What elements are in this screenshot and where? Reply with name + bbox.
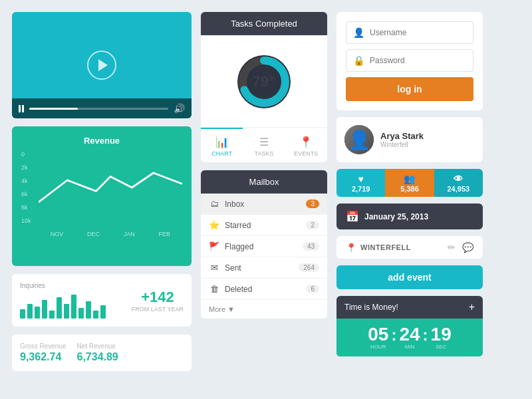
video-player: 🔊 [12,12,192,118]
timer-minutes: 24 MIN [399,325,420,350]
inbox-badge: 3 [306,200,319,208]
comment-icon[interactable]: 💬 [462,242,473,253]
bar [27,304,33,319]
flagged-icon: 🚩 [209,241,219,251]
bar [57,297,62,319]
inbox-icon: 🗂 [209,199,219,209]
location-icon: 📍 [346,243,356,253]
add-event-button[interactable]: add event [336,265,483,289]
gross-revenue: Gross Revenue 9,362.74 [20,342,66,363]
password-input[interactable] [370,56,466,65]
revenue-numbers-card: Gross Revenue 9,362.74 Net Revenue 6,734… [12,334,192,371]
bar [64,304,69,319]
deleted-icon: 🗑 [209,284,219,294]
donut-label: 79% [252,73,275,90]
bar [20,309,25,319]
inquiries-sub: FROM LAST YEAR [132,306,184,313]
login-card: 👤 🔒 log in [336,12,483,110]
user-icon: 👤 [353,27,364,38]
user-profile-card: Arya Stark Winterfell [336,117,483,162]
tasks-tab-icon: ☰ [259,136,269,148]
location-name: WINTERFELL [360,243,411,251]
play-button[interactable] [87,51,116,80]
tasks-card: Tasks Completed 79% � [201,12,327,162]
mail-sent[interactable]: ✉ Sent 264 [201,257,327,279]
date-text: January 25, 2013 [364,212,428,221]
bar [93,311,98,319]
timer-title: Time is Money! [344,303,398,312]
chart-x-labels: NOV DEC JAN FEB [39,231,182,237]
followers-icon: 👥 [404,174,415,184]
login-button[interactable]: log in [346,77,473,101]
bar [42,300,47,319]
user-location: Winterfell [380,141,424,148]
bar-chart-mini [20,292,106,319]
mailbox-card: Mailbox 🗂 Inbox 3 ⭐ Starred 2 🚩 Flagged … [201,170,327,319]
stat-likes[interactable]: ♥ 2,719 [336,169,385,197]
inquiries-label: Inquiries [20,282,106,289]
donut-container: 79% [201,35,327,122]
location-card: 📍 WINTERFELL ✏ 💬 [336,236,483,259]
chart-tab-icon: 📊 [215,136,229,148]
user-info: Arya Stark Winterfell [380,131,424,148]
progress-fill [29,108,78,110]
stat-views[interactable]: 👁 24,953 [434,169,483,197]
sent-badge: 264 [299,263,319,272]
progress-bar[interactable] [29,108,168,110]
stat-followers[interactable]: 👥 5,386 [385,169,434,197]
revenue-card: Revenue 10k 8k 6k 4k 2k 0 NOV DEC [12,126,192,266]
chart-y-labels: 10k 8k 6k 4k 2k 0 [21,151,37,224]
avatar [344,125,374,154]
user-name: Arya Stark [380,131,424,141]
revenue-title: Revenue [21,136,182,146]
mail-inbox[interactable]: 🗂 Inbox 3 [201,194,327,215]
bar [49,311,55,319]
user-stats: ♥ 2,719 👥 5,386 👁 24,953 [336,169,483,197]
views-icon: 👁 [454,174,463,184]
timer-add-icon[interactable]: + [469,301,475,313]
password-field[interactable]: 🔒 [346,49,473,72]
starred-badge: 2 [306,221,319,229]
timer-seconds: 19 SEC [431,325,452,350]
bar [86,301,91,319]
username-field[interactable]: 👤 [346,21,473,44]
mailbox-header: Mailbox [201,170,327,194]
timer-colon-2: : [423,326,428,344]
inquiries-stat: +142 [132,289,184,306]
timer-colon-1: : [391,326,396,344]
timer-hours: 05 HOUR [368,325,388,350]
sent-icon: ✉ [209,263,219,273]
chart-area: 10k 8k 6k 4k 2k 0 NOV DEC JAN FEB [21,151,182,237]
bar [100,305,106,319]
net-revenue: Net Revenue 6,734.89 [76,342,118,363]
donut-chart: 79% [231,49,297,115]
video-controls: 🔊 [12,98,192,118]
pause-icon[interactable] [19,105,24,112]
mail-deleted[interactable]: 🗑 Deleted 6 [201,279,327,300]
tasks-header: Tasks Completed [201,12,327,35]
timer-display: 05 HOUR : 24 MIN : 19 SEC [336,319,483,356]
mail-starred[interactable]: ⭐ Starred 2 [201,215,327,236]
tasks-tabs: 📊 CHART ☰ TASKS 📍 EVENTS [201,127,327,162]
mail-flagged[interactable]: 🚩 Flagged 43 [201,236,327,257]
flagged-badge: 43 [303,242,319,251]
timer-card: Time is Money! + 05 HOUR : 24 MIN : 19 S… [336,296,483,356]
avatar-image [344,125,374,154]
bar [78,308,84,319]
inquiries-card: Inquiries +142 FROM [12,274,192,327]
bar [71,295,76,319]
heart-icon: ♥ [358,174,364,184]
chart-svg-area [39,151,182,224]
tab-chart[interactable]: 📊 CHART [201,128,243,162]
events-tab-icon: 📍 [299,136,313,148]
bar [35,307,40,319]
mail-more[interactable]: More ▼ [201,300,327,319]
calendar-icon: 📅 [346,210,359,223]
username-input[interactable] [370,28,466,37]
edit-icon[interactable]: ✏ [448,242,456,253]
deleted-badge: 6 [306,285,319,293]
starred-icon: ⭐ [209,220,219,230]
tab-events[interactable]: 📍 EVENTS [285,128,327,162]
tab-tasks[interactable]: ☰ TASKS [243,128,285,162]
volume-icon[interactable]: 🔊 [174,103,185,114]
